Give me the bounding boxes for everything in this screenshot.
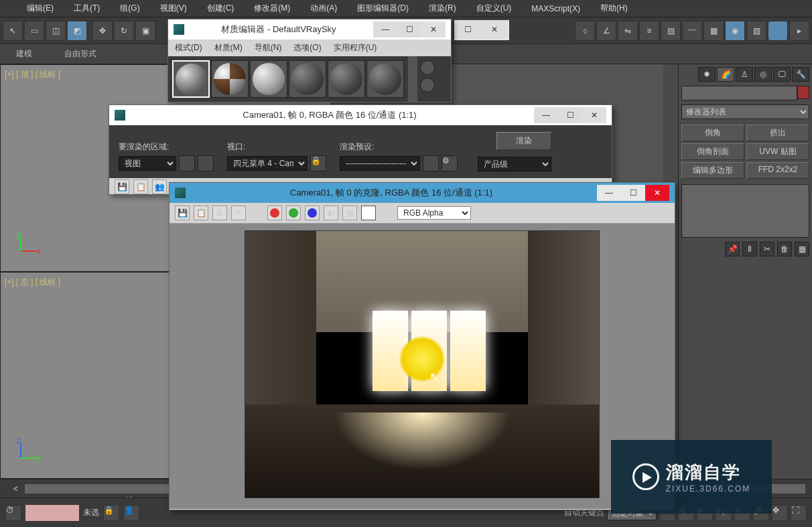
mirror-icon[interactable]: ⇋ [618,21,638,41]
preset-save-icon[interactable] [423,155,439,171]
curve-editor-icon[interactable]: 〰 [682,21,702,41]
copy-image-icon[interactable]: 📋 [133,179,148,194]
configure-sets-icon[interactable]: ▦ [795,242,809,256]
save-image-icon[interactable]: 💾 [115,179,129,194]
rendered-image[interactable]: ↖ [245,230,600,498]
clone-image-icon[interactable]: 👥 [152,179,167,194]
menu-modifiers[interactable]: 修改器(M) [254,3,290,14]
material-editor-titlebar[interactable]: 材质编辑器 - DefaultVRaySky — ☐ ✕ [168,19,451,40]
menu-maxscript[interactable]: MAXScript(X) [531,4,580,13]
maximize-button[interactable]: ☐ [621,185,645,201]
modifier-list-select[interactable]: 修改器列表 [681,104,809,119]
backlight-icon[interactable] [420,78,435,92]
blue-channel-icon[interactable] [305,206,320,220]
menu-graph-editors[interactable]: 图形编辑器(D) [357,3,409,14]
minimize-button[interactable]: — [597,185,621,201]
snap-toggle-icon[interactable]: ⎀ [575,21,595,41]
maximize-button[interactable]: ☐ [558,107,582,123]
menu-views[interactable]: 视图(V) [160,3,187,14]
menu-animation[interactable]: 动画(A) [310,3,337,14]
show-end-result-icon[interactable]: Ⅱ [742,242,757,256]
close-button[interactable]: ✕ [645,185,669,201]
chamfer-button[interactable]: 倒角 [681,125,744,141]
mini-restore-button[interactable]: ☐ [454,20,481,39]
menu-create[interactable]: 创建(C) [207,3,234,14]
material-scrollbar[interactable] [408,56,417,102]
make-unique-icon[interactable]: ✂ [760,242,774,256]
viewport-left-label[interactable]: [+] [ 左 ] [ 线框 ] [5,277,60,288]
copy-image-icon[interactable]: 📋 [194,206,208,220]
motion-tab-icon[interactable]: ◎ [754,67,772,82]
render-viewport-select[interactable]: 四元菜单 4 - Cam [227,156,308,171]
sample-type-icon[interactable] [420,60,435,75]
auto-region-icon[interactable] [198,155,214,171]
viewport-top-label[interactable]: [+] [ 顶 ] [ 线框 ] [5,69,60,80]
render-output-select[interactable]: 产品级 [478,157,551,171]
ffd-button[interactable]: FFD 2x2x2 [746,162,809,179]
edit-poly-button[interactable]: 编辑多边形 [681,162,744,179]
alpha-channel-icon[interactable]: ◐ [324,206,338,220]
scale-icon[interactable]: ▣ [135,21,155,41]
material-slot-1[interactable] [172,60,210,98]
mat-menu-material[interactable]: 材质(M) [214,42,243,54]
render-last-icon[interactable]: ▸ [789,21,809,41]
modifier-stack[interactable] [681,184,809,238]
render-teapot-icon[interactable] [768,21,788,41]
utilities-tab-icon[interactable]: 🔧 [792,67,809,82]
schematic-view-icon[interactable]: ▦ [703,21,724,41]
menu-rendering[interactable]: 渲染(R) [429,3,456,14]
pin-stack-icon[interactable]: 📌 [725,242,740,256]
area-to-render-select[interactable]: 视图 [119,156,176,171]
material-slot-4[interactable] [289,60,326,98]
material-slot-2[interactable] [211,60,249,98]
mat-menu-mode[interactable]: 模式(D) [175,42,202,54]
close-button[interactable]: ✕ [582,107,606,123]
menu-help[interactable]: 帮助(H) [600,3,628,14]
material-slot-6[interactable] [366,60,404,98]
create-tab-icon[interactable]: ✹ [698,67,716,82]
print-image-icon[interactable]: 🖶 [212,206,227,220]
material-editor-icon[interactable]: ◉ [725,21,745,41]
menu-customize[interactable]: 自定义(U) [476,3,512,14]
material-slot-3[interactable] [250,60,287,98]
render-preset-select[interactable]: ------------------------- [340,156,420,171]
red-channel-icon[interactable] [267,206,282,220]
uvw-map-button[interactable]: UVW 贴图 [746,143,809,160]
close-button[interactable]: ✕ [421,21,446,37]
preset-settings-icon[interactable]: ⚙ [442,155,458,171]
remove-modifier-icon[interactable]: 🗑 [777,242,792,256]
select-window-icon[interactable]: ◫ [46,21,66,41]
mat-menu-utilities[interactable]: 实用程序(U) [334,42,377,54]
mat-menu-navigation[interactable]: 导航(N) [255,42,282,54]
rotate-icon[interactable]: ↻ [114,21,134,41]
lock-viewport-icon[interactable]: 🔒 [310,155,326,171]
viewport-nav-icon[interactable]: ✥ [772,505,788,521]
frame-buffer-titlebar[interactable]: Camera01, 帧 0 的克隆, RGBA 颜色 16 位/通道 (1:1)… [170,183,675,203]
zoom-extents-icon[interactable]: ⛶ [791,505,807,521]
minimize-button[interactable]: — [373,21,397,37]
save-image-icon[interactable]: 💾 [175,206,190,220]
angle-snap-icon[interactable]: ∠ [596,21,616,41]
mono-channel-icon[interactable]: ▦ [342,206,357,220]
time-config-icon[interactable]: ⏱ [5,505,21,521]
menu-tools[interactable]: 工具(T) [74,3,100,14]
green-channel-icon[interactable] [286,206,301,220]
modify-tab-icon[interactable]: 🌈 [717,67,734,82]
ribbon-freeform-tab[interactable]: 自由形式 [55,46,106,62]
object-name-input[interactable] [681,86,797,100]
extrude-button[interactable]: 挤出 [746,125,809,141]
object-color-swatch[interactable] [797,86,809,99]
chamfer-profile-button[interactable]: 倒角剖面 [681,143,744,160]
select-object-icon[interactable]: ↖ [3,21,23,41]
menu-group[interactable]: 组(G) [120,3,139,14]
isolate-icon[interactable]: 👤 [123,505,139,521]
picked-color-swatch[interactable] [361,206,376,220]
ribbon-modeling-tab[interactable]: 建模 [7,46,42,62]
display-tab-icon[interactable]: 🖵 [773,67,791,82]
move-icon[interactable]: ✥ [92,21,113,41]
select-crossing-icon[interactable]: ◩ [67,21,87,41]
clear-image-icon[interactable]: ✕ [231,206,246,220]
minimize-button[interactable]: — [534,107,558,123]
select-region-icon[interactable]: ▭ [24,21,44,41]
region-edit-icon[interactable] [179,155,195,171]
